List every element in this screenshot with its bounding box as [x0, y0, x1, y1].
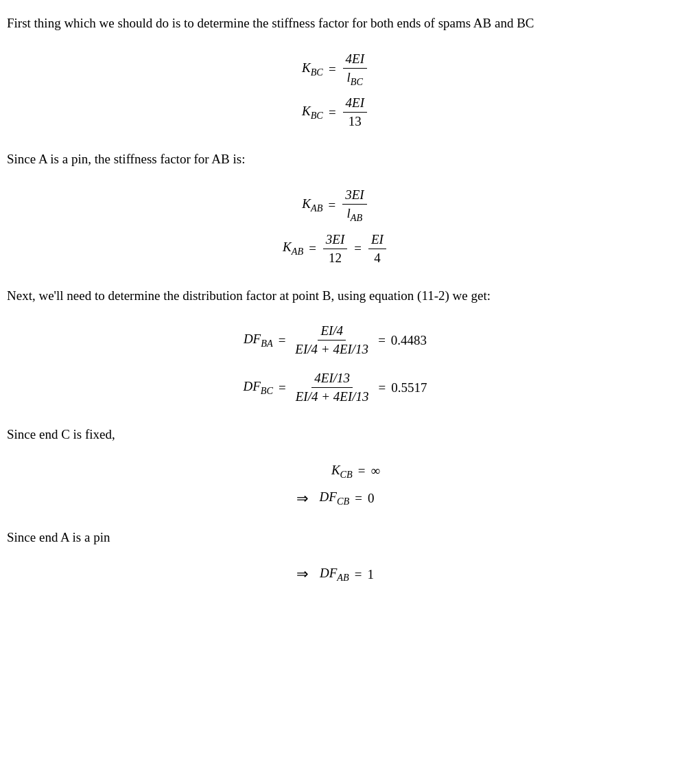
kab-frac1: 3EI lAB: [342, 187, 366, 224]
page: First thing which we should do is to det…: [7, 14, 663, 587]
since-a-pin-text: Since end A is a pin: [7, 528, 663, 548]
eq-sign5: =: [354, 241, 362, 256]
arrow1: ⇒: [296, 490, 309, 507]
eq-sign9: =: [379, 380, 386, 395]
dfbc-val: 0.5517: [391, 380, 427, 395]
dfab-eq: ⇒ DFAB = 1: [296, 566, 374, 584]
kbc-den2: 13: [346, 113, 364, 129]
kab-frac3: EI 4: [368, 232, 386, 266]
kbc-equations: KBC = 4EI lBC KBC = 4EI 13: [7, 47, 663, 134]
next-text: Next, we'll need to determine the distri…: [7, 286, 663, 306]
kcb-lhs: KCB: [331, 463, 353, 481]
dfab-lhs: DFAB: [320, 566, 349, 584]
eq-sign2: =: [329, 105, 336, 120]
eq-sign4: =: [309, 241, 316, 256]
since-pin-text: Since A is a pin, the stiffness factor f…: [7, 150, 663, 170]
eq-sign11: =: [355, 491, 362, 506]
eq-sign8: =: [279, 380, 286, 395]
since-c-fixed-text: Since end C is fixed,: [7, 425, 663, 445]
kab-lhs2: KAB: [283, 240, 303, 257]
dfcb-val: 0: [368, 491, 375, 506]
dfbc-eq: DFBC = 4EI/13 EI/4 + 4EI/13 = 0.5517: [244, 371, 427, 404]
eq-sign7: =: [378, 333, 386, 348]
kab-lhs1: KAB: [302, 196, 322, 214]
eq-sign10: =: [358, 463, 366, 479]
dfbc-num: 4EI/13: [311, 371, 353, 388]
kbc-num2: 4EI: [343, 95, 367, 113]
dfcb-lhs: DFCB: [320, 489, 350, 507]
dfab-val: 1: [367, 567, 374, 582]
kab-eq1: KAB = 3EI lAB: [302, 187, 368, 224]
arrow2: ⇒: [296, 566, 309, 583]
dfba-val: 0.4483: [391, 333, 427, 348]
kbc-frac1: 4EI lBC: [343, 51, 367, 88]
dfba-lhs: DFBA: [244, 332, 273, 349]
kbc-eq2: KBC = 4EI 13: [302, 95, 368, 129]
df-equations: DFBA = EI/4 EI/4 + 4EI/13 = 0.4483 DFBC …: [7, 319, 663, 408]
dfcb-eq: ⇒ DFCB = 0: [296, 489, 375, 507]
kab-den2: 12: [326, 249, 344, 266]
kab-num3: EI: [368, 232, 386, 249]
dfba-frac: EI/4 EI/4 + 4EI/13: [292, 323, 371, 357]
dfba-den: EI/4 + 4EI/13: [292, 341, 371, 357]
eq-sign6: =: [279, 333, 286, 348]
kbc-frac2: 4EI 13: [343, 95, 367, 129]
kcb-inf: ∞: [371, 463, 381, 479]
kbc-lhs2: KBC: [302, 104, 323, 122]
kcb-equations: KCB = ∞ ⇒ DFCB = 0: [7, 459, 663, 512]
kbc-den1: lBC: [344, 69, 366, 88]
kbc-eq1: KBC = 4EI lBC: [302, 51, 368, 88]
eq-sign1: =: [329, 62, 336, 77]
kab-equations: KAB = 3EI lAB KAB = 3EI 12 = EI 4: [7, 183, 663, 270]
kab-den3: 4: [371, 249, 384, 266]
kcb-eq: KCB = ∞: [290, 463, 380, 481]
kab-frac2: 3EI 12: [323, 232, 347, 266]
dfba-num: EI/4: [318, 323, 346, 341]
eq-sign12: =: [355, 567, 362, 582]
kab-eq2: KAB = 3EI 12 = EI 4: [283, 232, 388, 266]
intro-text: First thing which we should do is to det…: [7, 14, 663, 34]
dfbc-lhs: DFBC: [244, 379, 274, 397]
dfbc-frac: 4EI/13 EI/4 + 4EI/13: [293, 371, 372, 404]
eq-sign3: =: [328, 198, 335, 213]
kbc-num1: 4EI: [343, 51, 367, 69]
dfbc-den: EI/4 + 4EI/13: [293, 388, 372, 404]
kbc-lhs1: KBC: [302, 60, 323, 78]
kab-num2: 3EI: [323, 232, 347, 249]
dfba-eq: DFBA = EI/4 EI/4 + 4EI/13 = 0.4483: [244, 323, 427, 357]
kab-num1: 3EI: [342, 187, 366, 205]
dfab-equations: ⇒ DFAB = 1: [7, 562, 663, 588]
kab-den1: lAB: [344, 205, 366, 224]
